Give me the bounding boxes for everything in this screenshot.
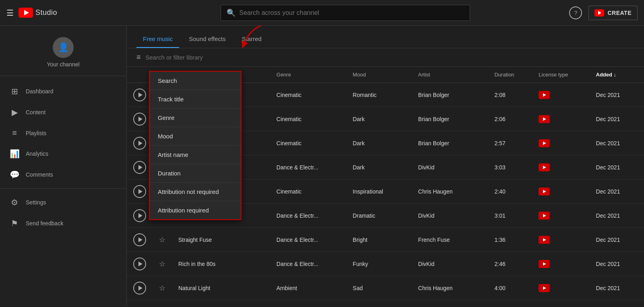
sidebar-item-label: Settings [26, 199, 46, 206]
col-header-added[interactable]: Added ↓ [590, 67, 644, 83]
track-mood: Romantic [346, 83, 412, 107]
sidebar-item-playlists[interactable]: ≡ Playlists [0, 123, 126, 143]
track-duration: 3:01 [488, 204, 532, 228]
play-button[interactable] [133, 233, 146, 246]
col-header-mood: Mood [346, 67, 412, 83]
create-button[interactable]: CREATE [588, 6, 638, 20]
track-added-date: Dec 2021 [590, 228, 644, 252]
dropdown-item-artist-name[interactable]: Artist name [150, 146, 241, 164]
youtube-license-icon [539, 115, 550, 123]
star-icon[interactable]: ☆ [159, 236, 165, 244]
play-button[interactable] [133, 185, 146, 198]
filter-icon[interactable]: ≡ [136, 53, 141, 62]
track-genre: Cinematic [270, 107, 347, 131]
play-button[interactable] [133, 282, 146, 295]
tab-free-music[interactable]: Free music [136, 35, 179, 48]
tab-sound-effects[interactable]: Sound effects [182, 35, 232, 48]
search-input[interactable] [239, 9, 464, 16]
hamburger-icon[interactable]: ☰ [6, 8, 14, 18]
youtube-license-icon [539, 260, 550, 268]
channel-section: 👤 Your channel [0, 32, 126, 76]
settings-icon: ⚙ [10, 198, 19, 207]
youtube-license-icon [539, 236, 550, 244]
sidebar-item-content[interactable]: ▶ Content [0, 102, 126, 123]
sidebar-item-dashboard[interactable]: ⊞ Dashboard [0, 81, 126, 102]
search-icon: 🔍 [227, 8, 235, 17]
sidebar-item-send-feedback[interactable]: ⚑ Send feedback [0, 213, 126, 234]
track-title: Rich in the 80s [172, 252, 270, 276]
channel-label: Your channel [47, 61, 79, 68]
content-icon: ▶ [10, 107, 19, 117]
track-duration: 4:00 [488, 276, 532, 300]
comments-icon: 💬 [10, 170, 19, 179]
col-header-genre: Genre [270, 67, 347, 83]
track-license [532, 228, 589, 252]
star-icon[interactable]: ☆ [159, 284, 165, 292]
track-artist: French Fuse [412, 228, 488, 252]
sidebar-item-comments[interactable]: 💬 Comments [0, 164, 126, 185]
play-button[interactable] [133, 137, 146, 150]
track-license [532, 276, 589, 300]
play-button[interactable] [133, 161, 146, 174]
dropdown-item-genre[interactable]: Genre [150, 109, 241, 127]
table-row: ☆Straight FuseDance & Electr...BrightFre… [127, 228, 644, 252]
track-license [532, 252, 589, 276]
track-mood: Sad [346, 276, 412, 300]
play-button[interactable] [133, 89, 146, 101]
track-added-date: Dec 2021 [590, 179, 644, 204]
sidebar-item-label: Content [26, 109, 45, 115]
search-bar[interactable]: 🔍 [221, 5, 470, 21]
dropdown-item-attribution-required[interactable]: Attribution required [150, 201, 241, 219]
play-button[interactable] [133, 258, 146, 270]
track-added-date: Dec 2021 [590, 83, 644, 107]
track-artist: DivKid [412, 155, 488, 179]
tabs-bar: Free music Sound effects Starred [127, 26, 644, 48]
track-artist: Brian Bolger [412, 131, 488, 155]
track-mood: Dramatic [346, 204, 412, 228]
sidebar-item-label: Dashboard [26, 88, 54, 95]
track-added-date: Dec 2021 [590, 252, 644, 276]
track-duration: 2:57 [488, 131, 532, 155]
filter-dropdown: Search Track title Genre Mood Artist nam… [149, 71, 242, 220]
track-added-date: Dec 2021 [590, 204, 644, 228]
track-duration: 1:36 [488, 228, 532, 252]
track-title: Natural Light [172, 276, 270, 300]
sidebar-item-label: Analytics [26, 150, 48, 157]
dropdown-item-track-title[interactable]: Track title [150, 90, 241, 109]
dropdown-item-search[interactable]: Search [150, 72, 241, 90]
search-bar-wrap: 🔍 [133, 5, 557, 21]
track-license [532, 155, 589, 179]
col-header-artist: Artist [412, 67, 488, 83]
track-genre: Cinematic [270, 131, 347, 155]
play-button[interactable] [133, 113, 146, 126]
track-added-date: Dec 2021 [590, 131, 644, 155]
track-artist: Brian Bolger [412, 83, 488, 107]
tab-starred[interactable]: Starred [235, 35, 268, 48]
track-genre: Dance & Electr... [270, 155, 347, 179]
studio-label: Studio [35, 8, 57, 17]
playlists-icon: ≡ [10, 128, 19, 138]
dropdown-item-attribution-not-required[interactable]: Attribution not required [150, 183, 241, 201]
help-icon[interactable]: ? [569, 6, 582, 19]
track-license [532, 131, 589, 155]
track-license [532, 107, 589, 131]
dropdown-item-duration[interactable]: Duration [150, 164, 241, 183]
track-duration: 3:03 [488, 155, 532, 179]
sidebar-item-analytics[interactable]: 📊 Analytics [0, 143, 126, 164]
filter-input[interactable] [146, 54, 634, 61]
track-license [532, 83, 589, 107]
track-artist: DivKid [412, 204, 488, 228]
track-license [532, 179, 589, 204]
track-duration: 2:40 [488, 179, 532, 204]
sidebar-item-settings[interactable]: ⚙ Settings [0, 192, 126, 213]
dropdown-item-mood[interactable]: Mood [150, 127, 241, 146]
youtube-license-icon [539, 91, 550, 99]
track-mood: Funky [346, 252, 412, 276]
table-row: ☆Rich in the 80sDance & Electr...FunkyDi… [127, 252, 644, 276]
play-button[interactable] [133, 209, 146, 222]
track-title: Straight Fuse [172, 228, 270, 252]
track-mood: Dark [346, 155, 412, 179]
star-icon[interactable]: ☆ [159, 260, 165, 268]
track-artist: Chris Haugen [412, 276, 488, 300]
filter-bar: ≡ Search Track title Genre Mood Artist n… [127, 48, 644, 67]
